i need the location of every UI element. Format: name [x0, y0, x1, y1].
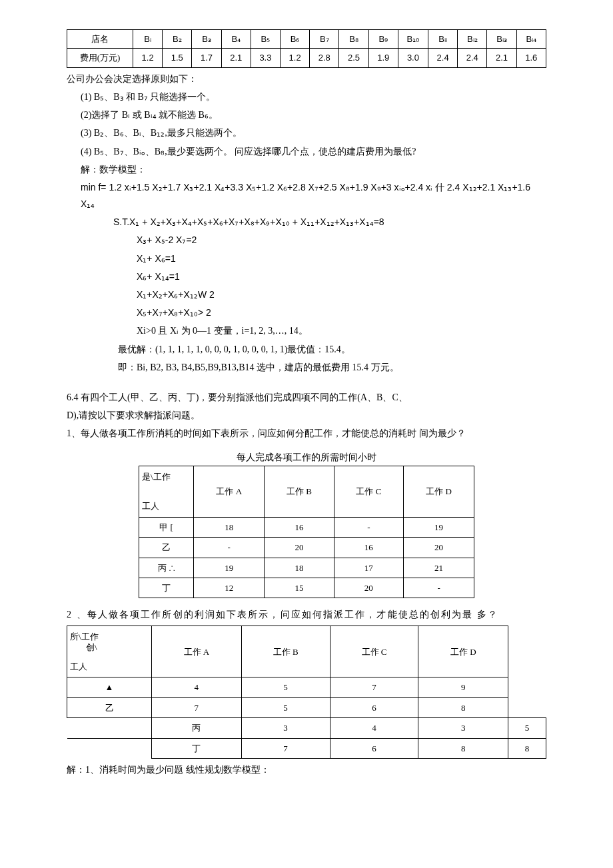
col-head: 工作 B — [265, 466, 334, 517]
cell: 20 — [334, 578, 403, 598]
cell: 5 — [241, 697, 330, 717]
cost-cell: 1.7 — [192, 49, 221, 67]
cell: 6 — [330, 697, 418, 717]
col-head: Bᵢ — [133, 30, 163, 49]
body-text: Xi>0 且 Xᵢ 为 0—1 变量，i=1, 2, 3,…, 14。 — [67, 322, 546, 339]
cell: 12 — [194, 578, 265, 598]
row-head: 乙 — [67, 697, 152, 717]
spacer — [508, 626, 546, 677]
col-head: B₇ — [310, 30, 339, 49]
cell: 9 — [418, 677, 508, 697]
table-row: 乙 - 20 16 20 — [139, 538, 474, 558]
col-head: Bᵢ₃ — [487, 30, 516, 49]
corner-l3: 工人 — [70, 659, 87, 674]
corner-header: 所\工作 创\ 工人 — [67, 626, 152, 677]
body-text: (3) B₂、B₆、Bᵢ、B₁₂,最多只能选两个。 — [67, 125, 546, 141]
cell: 6 — [330, 738, 418, 758]
cost-table: 店名 Bᵢ B₂ B₃ B₄ B₅ B₆ B₇ B₈ B₉ B₁₀ Bᵢᵢ Bᵢ… — [67, 29, 546, 68]
spacer — [508, 677, 546, 697]
cost-cell: 2.5 — [339, 49, 368, 67]
col-head: B₈ — [339, 30, 368, 49]
cell: 7 — [330, 677, 418, 697]
col-head: B₃ — [192, 30, 221, 49]
col-head: B₅ — [251, 30, 280, 49]
cell: - — [404, 578, 474, 598]
cell: 18 — [265, 558, 334, 578]
cell: 8 — [418, 697, 508, 717]
cell: 20 — [404, 538, 474, 558]
cell: 19 — [404, 517, 474, 537]
corner-header: 是\工作 工人 — [139, 466, 194, 517]
col-head: 工作 D — [418, 626, 508, 677]
cell: - — [194, 538, 265, 558]
table-row: 乙 7 5 6 8 — [67, 697, 546, 717]
cell: 16 — [265, 517, 334, 537]
cell: 18 — [194, 517, 265, 537]
body-text: 解：1、消耗时间为最少问题 线性规划数学模型： — [67, 761, 546, 778]
col-head: B₆ — [281, 30, 310, 49]
cell: 20 — [265, 538, 334, 558]
cell: 5 — [508, 718, 546, 738]
cost-cell: 3.3 — [251, 49, 280, 67]
profit-table: 所\工作 创\ 工人 工作 A 工作 B 工作 C 工作 D ▲ 4 5 7 9… — [67, 626, 546, 759]
cell: - — [334, 517, 403, 537]
row-label: 店名 — [67, 30, 133, 49]
body-text: S.T.X₁ + X₂+X₃+X₄+X₅+X₆+X₇+X₈+X₉+X₁₀ + X… — [67, 214, 546, 230]
cell: 7 — [241, 738, 330, 758]
table-row: 丙 ∴ 19 18 17 21 — [139, 558, 474, 578]
table-row: 甲 [ 18 16 - 19 — [139, 517, 474, 537]
body-text: min f= 1.2 xᵢ+1.5 X₂+1.7 X₃+2.1 X₄+3.3 X… — [67, 179, 546, 213]
col-head: B₁₀ — [398, 30, 428, 49]
spacer — [67, 718, 152, 738]
col-head: Bᵢ₄ — [516, 30, 546, 49]
body-text: (4) B₅、B₇、Bᵢₒ、B₈,最少要选两个。 问应选择哪几个点，使总的建店费… — [67, 143, 546, 160]
cell: 15 — [265, 578, 334, 598]
body-text: X₁+ X₆=1 — [67, 250, 546, 267]
col-head: 工作 D — [404, 466, 474, 517]
col-head: Bᵢᵢ — [428, 30, 458, 49]
cell: 5 — [241, 677, 330, 697]
cost-cell: 2.1 — [487, 49, 516, 67]
table-row: ▲ 4 5 7 9 — [67, 677, 546, 697]
body-text: X₅+X₇+X₈+X₁₀> 2 — [67, 304, 546, 321]
cost-cell: 1.5 — [163, 49, 192, 67]
cost-cell: 2.1 — [221, 49, 251, 67]
cell: 3 — [241, 718, 330, 738]
body-text: 6.4 有四个工人(甲、乙、丙、丁)，要分别指派他们完成四项不同的工作(A、B、… — [67, 389, 546, 406]
body-text: 2 、每人做各项工作所创的利润如下表所示，问应如何指派工作，才能使总的创利为最 … — [67, 606, 546, 623]
col-head: B₂ — [163, 30, 192, 49]
col-head: 工作 B — [241, 626, 330, 677]
col-head: 工作 A — [194, 466, 265, 517]
cell: 21 — [404, 558, 474, 578]
row-head: 丁 — [152, 738, 242, 758]
col-head: 工作 C — [330, 626, 418, 677]
corner-l2: 创\ — [86, 640, 97, 655]
spacer — [67, 738, 152, 758]
col-head: B₉ — [368, 30, 398, 49]
cell: 3 — [418, 718, 508, 738]
col-head: B₄ — [221, 30, 251, 49]
cost-cell: 2.4 — [428, 49, 458, 67]
cell: 7 — [152, 697, 242, 717]
cost-cell: 2.4 — [458, 49, 487, 67]
table-row: 丁 7 6 8 8 — [67, 738, 546, 758]
cell: 4 — [330, 718, 418, 738]
cell: 16 — [334, 538, 403, 558]
body-text: 最优解：(1, 1, 1, 1, 1, 0, 0, 0, 1, 0, 0, 0,… — [67, 341, 546, 358]
spacer — [508, 697, 546, 717]
body-text: 即：Bi, B2, B3, B4,B5,B9,B13,B14 选中，建店的最低费… — [67, 359, 546, 376]
body-text: (1) B₅、B₃ 和 B₇ 只能选择一个。 — [67, 89, 546, 105]
cost-cell: 2.8 — [310, 49, 339, 67]
table-row: 丁 12 15 20 - — [139, 578, 474, 598]
corner-bot: 工人 — [142, 498, 159, 514]
row-head: 丙 ∴ — [139, 558, 194, 578]
row-head: ▲ — [67, 677, 152, 697]
corner-top: 是\工作 — [142, 469, 171, 484]
cost-cell: 1.9 — [368, 49, 398, 67]
cell: 4 — [152, 677, 242, 697]
table-caption: 每人完成各项工作的所需时间小时 — [67, 449, 546, 466]
body-text: X₁+X₂+X₆+X₁₂W 2 — [67, 286, 546, 303]
row-head: 丁 — [139, 578, 194, 598]
col-head: Bᵢ₂ — [458, 30, 487, 49]
table-row: 丙 3 4 3 5 — [67, 718, 546, 738]
